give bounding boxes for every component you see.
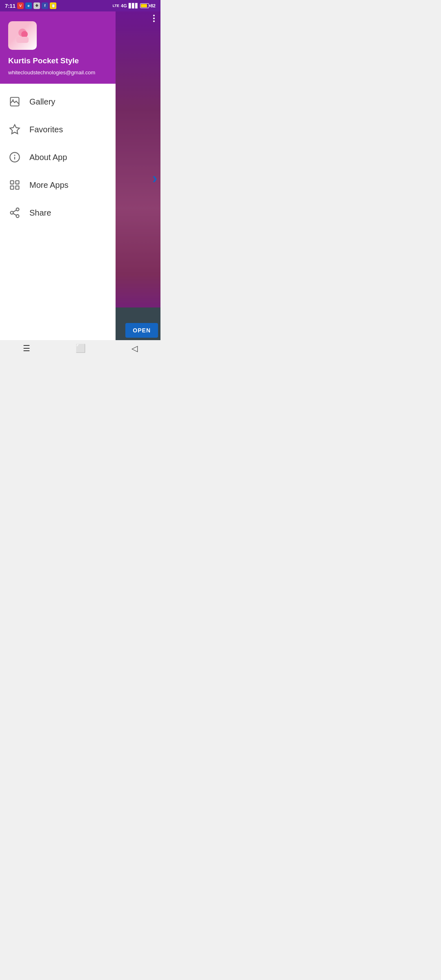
vi-icon: V <box>17 2 24 9</box>
gallery-label: Gallery <box>29 97 55 107</box>
menu-item-about[interactable]: About App <box>0 143 116 171</box>
about-label: About App <box>29 153 67 162</box>
menu-item-gallery[interactable]: Gallery <box>0 88 116 116</box>
navigation-drawer: Kurtis Pocket Style whitecloudstechnolog… <box>0 11 116 340</box>
fb-icon: f <box>42 2 48 9</box>
svg-rect-2 <box>16 37 29 43</box>
status-left: 7:11 V e ❖ f 📋 <box>5 2 56 9</box>
more-apps-label: More Apps <box>29 180 69 190</box>
svg-point-15 <box>16 215 19 218</box>
open-button[interactable]: OPEN <box>125 323 158 338</box>
drawer-header: Kurtis Pocket Style whitecloudstechnolog… <box>0 11 116 84</box>
battery-icon <box>140 3 149 8</box>
menu-list: Gallery Favorites About App <box>0 84 116 340</box>
time: 7:11 <box>5 3 16 9</box>
app-name: Kurtis Pocket Style <box>8 56 107 65</box>
avatar <box>8 21 37 50</box>
share-label: Share <box>29 208 51 218</box>
svg-point-13 <box>16 208 19 211</box>
svg-rect-10 <box>16 181 19 184</box>
status-bar: 7:11 V e ❖ f 📋 LTE 4G ▋▋▋ 82 <box>0 0 160 11</box>
svg-point-1 <box>21 31 28 38</box>
svg-point-4 <box>12 99 14 101</box>
favorites-label: Favorites <box>29 125 63 134</box>
battery-level: 82 <box>151 3 156 8</box>
notes-icon: 📋 <box>50 2 56 9</box>
svg-line-17 <box>13 210 16 212</box>
svg-rect-11 <box>11 186 14 189</box>
navigation-bar: ☰ ⬜ ◁ <box>0 340 160 356</box>
menu-nav-icon[interactable]: ☰ <box>23 343 30 353</box>
svg-rect-9 <box>11 181 14 184</box>
back-nav-icon[interactable]: ◁ <box>131 343 138 353</box>
grid-icon <box>8 178 21 192</box>
lte-icon: LTE <box>113 4 119 8</box>
signal-bars-icon: ▋▋▋ <box>129 3 138 9</box>
svg-marker-5 <box>10 125 19 134</box>
svg-line-16 <box>13 214 16 216</box>
signal-label: 4G <box>121 3 127 8</box>
layers-icon: ❖ <box>33 2 40 9</box>
svg-rect-12 <box>16 186 19 189</box>
info-icon <box>8 151 21 164</box>
app-email: whitecloudstechnologies@gmail.com <box>8 69 107 76</box>
menu-item-share[interactable]: Share <box>0 199 116 227</box>
next-chevron-icon[interactable]: › <box>152 170 157 187</box>
more-options-button[interactable] <box>151 11 157 25</box>
menu-item-more-apps[interactable]: More Apps <box>0 171 116 199</box>
svg-point-14 <box>11 212 13 214</box>
ad-banner: OPEN <box>116 307 160 340</box>
favorites-icon <box>8 123 21 136</box>
home-nav-icon[interactable]: ⬜ <box>76 343 86 353</box>
status-right: LTE 4G ▋▋▋ 82 <box>113 3 156 9</box>
gallery-icon <box>8 95 21 108</box>
share-icon <box>8 206 21 219</box>
avatar-image <box>8 21 37 50</box>
edge-icon: e <box>25 2 32 9</box>
menu-item-favorites[interactable]: Favorites <box>0 116 116 143</box>
app-logo-icon <box>12 25 33 46</box>
